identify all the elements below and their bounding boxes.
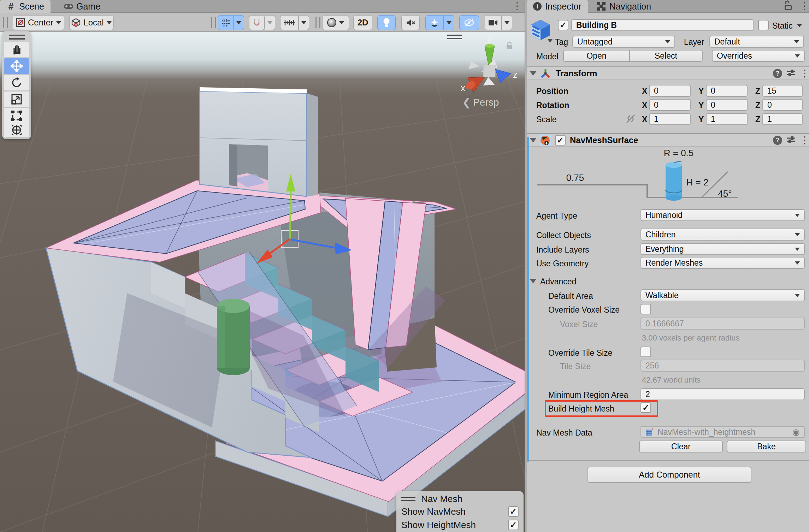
scene-grid-icon: # xyxy=(6,2,16,11)
navigation-icon xyxy=(597,2,606,11)
position-x-field[interactable]: 0 xyxy=(649,85,691,97)
snap-toggle-button[interactable] xyxy=(249,15,265,30)
grid-toggle-button[interactable] xyxy=(218,15,234,30)
navmeshsurface-header[interactable]: NavMeshSurface ? ⋮ xyxy=(527,133,809,147)
override-tile-checkbox[interactable] xyxy=(640,347,651,357)
hand-tool[interactable] xyxy=(4,42,29,57)
cylinder-obstacle[interactable] xyxy=(217,299,250,375)
foldout-icon[interactable] xyxy=(530,138,537,142)
position-y-field[interactable]: 0 xyxy=(706,85,748,97)
palette-drag-handle[interactable] xyxy=(9,35,25,40)
min-region-field[interactable]: 2 xyxy=(640,388,805,400)
camera-options-button[interactable] xyxy=(502,15,512,30)
agent-slope-label: 45° xyxy=(718,188,732,199)
projection-toggle[interactable]: ❮ Persp xyxy=(462,96,512,108)
move-tool[interactable] xyxy=(4,58,29,74)
show-navmesh-checkbox[interactable] xyxy=(508,506,519,517)
draw-mode-button[interactable] xyxy=(322,15,349,30)
toolbar-drag-handle[interactable] xyxy=(315,17,320,28)
static-options-chevron-icon[interactable] xyxy=(797,24,802,27)
nav-mesh-data-field[interactable]: * NavMesh-with_heightmesh ◉ xyxy=(640,426,805,438)
tab-navigation[interactable]: Navigation xyxy=(590,0,657,13)
unit-snap-options-button[interactable] xyxy=(299,15,309,30)
effects-options-button[interactable] xyxy=(444,15,454,30)
position-z-field[interactable]: 15 xyxy=(762,85,803,97)
scene-viewport[interactable] xyxy=(0,32,525,532)
toolbar-drag-handle[interactable] xyxy=(211,17,216,28)
grid-options-button[interactable] xyxy=(234,15,244,30)
bake-button[interactable]: Bake xyxy=(727,441,806,453)
rotation-x-field[interactable]: 0 xyxy=(649,99,691,111)
show-navmesh-row: Show NavMesh xyxy=(401,506,519,517)
advanced-foldout-icon[interactable] xyxy=(530,279,537,283)
overrides-dropdown[interactable]: Overrides xyxy=(712,50,805,62)
static-checkbox[interactable] xyxy=(758,20,769,30)
model-open-button[interactable]: Open xyxy=(563,50,630,62)
agent-type-dropdown[interactable]: Humanoid xyxy=(640,209,805,221)
default-area-dropdown[interactable]: Walkable xyxy=(640,289,805,301)
link-broken-icon[interactable] xyxy=(625,114,636,124)
tab-scene[interactable]: # Scene xyxy=(0,0,51,13)
object-picker-icon[interactable]: ◉ xyxy=(792,427,800,437)
magnet-icon xyxy=(252,18,261,27)
presets-icon[interactable] xyxy=(786,135,797,146)
camera-button[interactable] xyxy=(485,15,502,30)
rect-tool[interactable] xyxy=(4,108,29,124)
override-tile-label: Override Tile Size xyxy=(548,348,613,358)
scale-y-field[interactable]: 1 xyxy=(706,113,748,125)
axis-x-label[interactable]: x xyxy=(461,83,465,93)
inspector-lock-icon[interactable] xyxy=(785,4,792,10)
tab-game[interactable]: Game xyxy=(57,0,107,13)
component-kebab-icon[interactable]: ⋮ xyxy=(799,135,809,146)
rotation-y-field[interactable]: 0 xyxy=(706,99,748,111)
scene-menu-kebab-icon[interactable]: ⋮ xyxy=(512,1,522,11)
tab-inspector-label: Inspector xyxy=(545,1,581,12)
layer-dropdown[interactable]: Default xyxy=(709,36,804,48)
chevron-down-icon xyxy=(107,21,112,24)
toolbar-drag-handle[interactable] xyxy=(3,17,8,28)
scale-x-field[interactable]: 1 xyxy=(649,113,691,125)
transform-header[interactable]: Transform ? ⋮ xyxy=(527,66,809,80)
nav-mesh-data-label: Nav Mesh Data xyxy=(536,428,592,438)
gameobject-name-field[interactable]: Building B xyxy=(571,19,754,31)
gameobject-enabled-checkbox[interactable] xyxy=(558,20,568,30)
collect-objects-dropdown[interactable]: Children xyxy=(640,229,805,241)
unit-snap-button[interactable] xyxy=(280,15,299,30)
chevron-down-icon xyxy=(795,54,800,58)
help-icon[interactable]: ? xyxy=(772,135,783,146)
clear-button[interactable]: Clear xyxy=(639,441,723,453)
axis-z-label[interactable]: z xyxy=(513,69,518,80)
tag-dropdown[interactable]: Untagged xyxy=(572,36,675,48)
scale-tool[interactable] xyxy=(4,91,29,107)
rotation-mode-button[interactable]: Local xyxy=(69,15,114,30)
audio-toggle-button[interactable] xyxy=(401,15,420,30)
effects-toggle-button[interactable] xyxy=(425,15,444,30)
voxel-help-text: 3.00 voxels per agent radius xyxy=(642,333,739,343)
override-voxel-checkbox[interactable] xyxy=(640,304,651,314)
component-kebab-icon[interactable]: ⋮ xyxy=(799,68,809,79)
lock-icon[interactable] xyxy=(507,42,512,49)
rotation-z-field[interactable]: 0 xyxy=(762,99,803,111)
rotate-tool[interactable] xyxy=(4,75,29,90)
tab-navigation-label: Navigation xyxy=(609,1,651,12)
pivot-mode-button[interactable]: Center xyxy=(13,15,64,30)
presets-icon[interactable] xyxy=(786,68,797,79)
model-select-button[interactable]: Select xyxy=(630,50,703,62)
show-heightmesh-checkbox[interactable] xyxy=(508,520,519,530)
include-layers-dropdown[interactable]: Everything xyxy=(640,243,805,255)
snap-options-button[interactable] xyxy=(265,15,275,30)
transform-tool[interactable] xyxy=(4,123,29,137)
2d-toggle-button[interactable]: 2D xyxy=(353,15,372,30)
add-component-button[interactable]: Add Component xyxy=(587,467,751,483)
tab-inspector[interactable]: i Inspector xyxy=(527,0,588,13)
foldout-icon[interactable] xyxy=(530,71,537,76)
visibility-toggle-button[interactable] xyxy=(459,15,479,30)
advanced-label[interactable]: Advanced xyxy=(540,277,576,286)
scale-z-field[interactable]: 1 xyxy=(762,113,803,125)
inspector-menu-kebab-icon[interactable]: ⋮ xyxy=(799,1,809,11)
lighting-toggle-button[interactable] xyxy=(377,15,396,30)
use-geometry-dropdown[interactable]: Render Meshes xyxy=(640,257,805,269)
axis-y-label[interactable]: y xyxy=(488,32,492,43)
help-icon[interactable]: ? xyxy=(772,68,783,79)
navmeshsurface-enabled-checkbox[interactable] xyxy=(555,135,566,146)
